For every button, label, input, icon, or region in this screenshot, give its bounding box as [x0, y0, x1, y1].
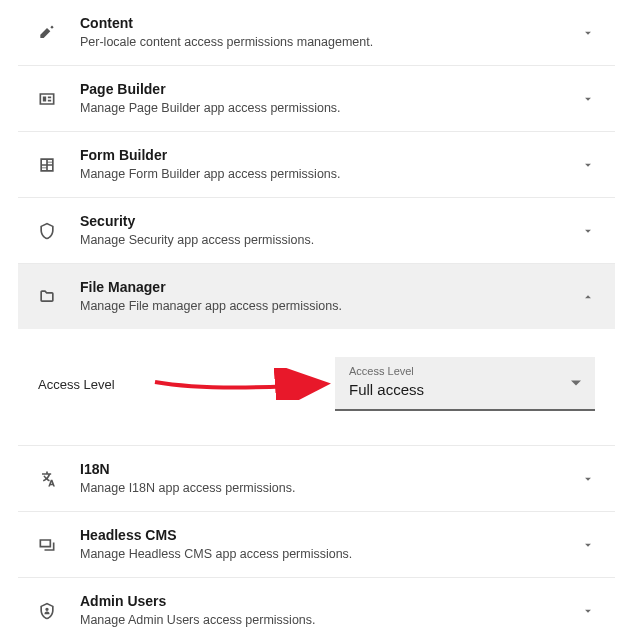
- row-desc: Manage Security app access permissions.: [80, 232, 579, 250]
- permission-row-content[interactable]: Content Per-locale content access permis…: [18, 0, 615, 66]
- row-title: File Manager: [80, 278, 579, 298]
- select-caret-icon: [571, 381, 581, 386]
- row-text: Security Manage Security app access perm…: [80, 212, 579, 249]
- row-text: I18N Manage I18N app access permissions.: [80, 460, 579, 497]
- row-text: Content Per-locale content access permis…: [80, 14, 579, 51]
- row-desc: Manage Admin Users access permissions.: [80, 612, 579, 630]
- row-desc: Manage File manager app access permissio…: [80, 298, 579, 316]
- page-builder-icon: [36, 88, 58, 110]
- row-title: Form Builder: [80, 146, 579, 166]
- permission-row-form-builder[interactable]: Form Builder Manage Form Builder app acc…: [18, 132, 615, 198]
- permission-row-file-manager[interactable]: File Manager Manage File manager app acc…: [18, 264, 615, 329]
- chevron-down-icon: [579, 222, 597, 240]
- row-title: Admin Users: [80, 592, 579, 612]
- annotation-arrow-icon: [153, 368, 343, 400]
- select-floating-label: Access Level: [349, 365, 581, 378]
- row-desc: Manage Page Builder app access permissio…: [80, 100, 579, 118]
- row-title: Security: [80, 212, 579, 232]
- chevron-up-icon: [579, 288, 597, 306]
- row-desc: Manage Form Builder app access permissio…: [80, 166, 579, 184]
- row-desc: Manage Headless CMS app access permissio…: [80, 546, 579, 564]
- access-level-select[interactable]: Access Level Full access: [335, 357, 595, 411]
- row-title: I18N: [80, 460, 579, 480]
- file-manager-expansion: Access Level Access Level Full access: [18, 329, 615, 446]
- access-level-label: Access Level: [38, 377, 153, 392]
- permission-row-page-builder[interactable]: Page Builder Manage Page Builder app acc…: [18, 66, 615, 132]
- chevron-down-icon: [579, 602, 597, 620]
- permission-row-security[interactable]: Security Manage Security app access perm…: [18, 198, 615, 264]
- row-text: Page Builder Manage Page Builder app acc…: [80, 80, 579, 117]
- content-icon: [36, 22, 58, 44]
- row-text: Admin Users Manage Admin Users access pe…: [80, 592, 579, 629]
- row-desc: Manage I18N app access permissions.: [80, 480, 579, 498]
- chevron-down-icon: [579, 536, 597, 554]
- row-title: Content: [80, 14, 579, 34]
- chevron-down-icon: [579, 90, 597, 108]
- chevron-down-icon: [579, 24, 597, 42]
- form-builder-icon: [36, 154, 58, 176]
- annotation-arrow-space: [153, 372, 335, 396]
- row-text: Headless CMS Manage Headless CMS app acc…: [80, 526, 579, 563]
- row-title: Headless CMS: [80, 526, 579, 546]
- permission-row-admin-users[interactable]: Admin Users Manage Admin Users access pe…: [18, 578, 615, 641]
- security-icon: [36, 220, 58, 242]
- chevron-down-icon: [579, 156, 597, 174]
- permission-row-headless-cms[interactable]: Headless CMS Manage Headless CMS app acc…: [18, 512, 615, 578]
- i18n-icon: [36, 468, 58, 490]
- file-manager-icon: [36, 286, 58, 308]
- select-value: Full access: [349, 379, 581, 402]
- permissions-panel: Content Per-locale content access permis…: [18, 0, 615, 641]
- row-desc: Per-locale content access permissions ma…: [80, 34, 579, 52]
- row-text: Form Builder Manage Form Builder app acc…: [80, 146, 579, 183]
- headless-cms-icon: [36, 534, 58, 556]
- row-title: Page Builder: [80, 80, 579, 100]
- chevron-down-icon: [579, 470, 597, 488]
- row-text: File Manager Manage File manager app acc…: [80, 278, 579, 315]
- admin-users-icon: [36, 600, 58, 622]
- permission-row-i18n[interactable]: I18N Manage I18N app access permissions.: [18, 446, 615, 512]
